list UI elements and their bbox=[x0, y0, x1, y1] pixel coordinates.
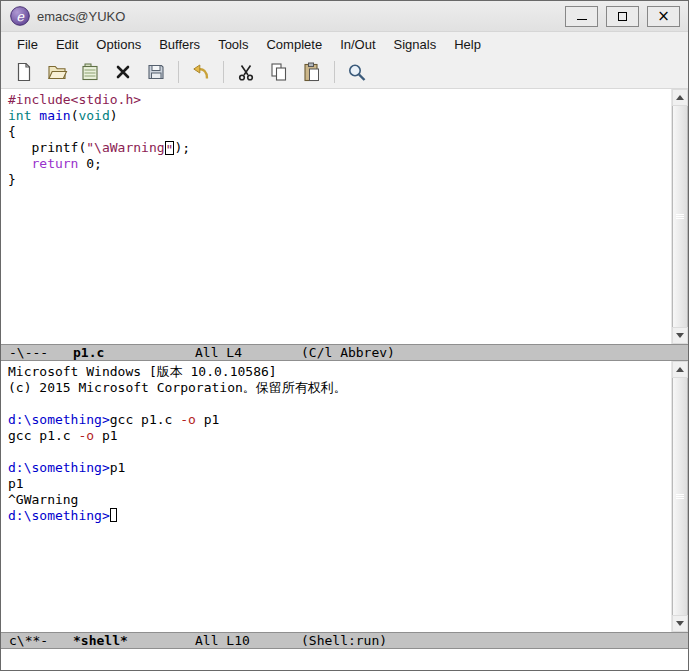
new-file-button[interactable] bbox=[9, 58, 39, 86]
scrollbar-grip-icon bbox=[676, 494, 684, 500]
c-buffer-scrollbar[interactable] bbox=[671, 89, 688, 344]
c-buffer[interactable]: #include<stdio.h>int main(void){ printf(… bbox=[1, 89, 671, 344]
toolbar-separator bbox=[334, 61, 335, 83]
paste-clipboard-icon bbox=[301, 61, 323, 83]
scrollbar-thumb[interactable] bbox=[672, 106, 688, 327]
modeline-modes[interactable]: (C/l Abbrev) bbox=[301, 345, 395, 360]
menu-item-complete[interactable]: Complete bbox=[257, 34, 331, 55]
modeline-position[interactable]: All L4 bbox=[195, 345, 301, 360]
text-line: Microsoft Windows [版本 10.0.10586] bbox=[8, 364, 671, 380]
text-line: return 0; bbox=[8, 156, 671, 172]
dired-button[interactable] bbox=[75, 58, 105, 86]
minibuffer[interactable] bbox=[1, 649, 688, 670]
emacs-logo-icon: e bbox=[10, 6, 30, 26]
scroll-up-button[interactable] bbox=[672, 89, 688, 106]
scroll-up-button[interactable] bbox=[672, 361, 688, 378]
menu-item-help[interactable]: Help bbox=[445, 34, 490, 55]
text-line: int main(void) bbox=[8, 108, 671, 124]
text-line bbox=[8, 396, 671, 412]
arrow-down-icon bbox=[676, 333, 684, 338]
modeline-position[interactable]: All L10 bbox=[195, 633, 301, 648]
arrow-down-icon bbox=[676, 621, 684, 626]
tool-bar bbox=[1, 56, 688, 89]
text-line: } bbox=[8, 172, 671, 188]
text-line: gcc p1.c -o p1 bbox=[8, 428, 671, 444]
arrow-up-icon bbox=[676, 367, 684, 372]
save-buffer-button[interactable] bbox=[141, 58, 171, 86]
minimize-icon bbox=[577, 19, 587, 20]
scrollbar-thumb[interactable] bbox=[672, 378, 688, 615]
menu-item-edit[interactable]: Edit bbox=[47, 34, 87, 55]
modeline-buffer-name[interactable]: p1.c bbox=[73, 345, 195, 360]
cut-button[interactable] bbox=[231, 58, 261, 86]
menu-item-file[interactable]: File bbox=[8, 34, 47, 55]
text-line: p1 bbox=[8, 476, 671, 492]
dired-icon bbox=[79, 61, 101, 83]
window-controls: × bbox=[565, 6, 680, 27]
open-file-button[interactable] bbox=[42, 58, 72, 86]
menu-item-options[interactable]: Options bbox=[87, 34, 150, 55]
text-line bbox=[8, 444, 671, 460]
emacs-window: e emacs@YUKO × FileEditOptionsBuffersToo… bbox=[0, 0, 689, 671]
menu-item-buffers[interactable]: Buffers bbox=[150, 34, 209, 55]
close-x-icon bbox=[112, 61, 134, 83]
text-line: #include<stdio.h> bbox=[8, 92, 671, 108]
text-line: d:\something>gcc p1.c -o p1 bbox=[8, 412, 671, 428]
close-icon: × bbox=[657, 9, 670, 24]
text-line: { bbox=[8, 124, 671, 140]
undo-arrow-icon bbox=[190, 61, 212, 83]
toolbar-separator bbox=[178, 61, 179, 83]
scissors-icon bbox=[235, 61, 257, 83]
text-line: ^GWarning bbox=[8, 492, 671, 508]
minimize-button[interactable] bbox=[565, 6, 598, 27]
copy-button[interactable] bbox=[264, 58, 294, 86]
text-cursor: " bbox=[165, 141, 175, 155]
scrollbar-grip-icon bbox=[676, 214, 684, 220]
shell-buffer-modeline: c\**-*shell*All L10(Shell:run) bbox=[1, 632, 688, 649]
modeline-modes[interactable]: (Shell:run) bbox=[301, 633, 387, 648]
undo-button[interactable] bbox=[186, 58, 216, 86]
c-buffer-window: #include<stdio.h>int main(void){ printf(… bbox=[1, 89, 688, 344]
save-floppy-icon bbox=[145, 61, 167, 83]
text-line: (c) 2015 Microsoft Corporation。保留所有权利。 bbox=[8, 380, 671, 396]
svg-text:e: e bbox=[16, 9, 25, 24]
scroll-down-button[interactable] bbox=[672, 615, 688, 632]
menu-item-tools[interactable]: Tools bbox=[209, 34, 257, 55]
shell-buffer-window: Microsoft Windows [版本 10.0.10586](c) 201… bbox=[1, 361, 688, 632]
text-line: d:\something> bbox=[8, 508, 671, 524]
modeline-buffer-name[interactable]: *shell* bbox=[73, 633, 195, 648]
paste-button[interactable] bbox=[297, 58, 327, 86]
menu-item-signals[interactable]: Signals bbox=[385, 34, 446, 55]
modeline-flags[interactable]: c\**- bbox=[9, 633, 73, 648]
title-bar[interactable]: e emacs@YUKO × bbox=[1, 1, 688, 32]
search-button[interactable] bbox=[342, 58, 372, 86]
new-file-icon bbox=[13, 61, 35, 83]
maximize-button[interactable] bbox=[606, 6, 639, 27]
kill-buffer-button[interactable] bbox=[108, 58, 138, 86]
c-buffer-modeline: -\---p1.cAll L4(C/l Abbrev) bbox=[1, 344, 688, 361]
shell-buffer[interactable]: Microsoft Windows [版本 10.0.10586](c) 201… bbox=[1, 361, 671, 632]
text-line: d:\something>p1 bbox=[8, 460, 671, 476]
menu-item-in-out[interactable]: In/Out bbox=[331, 34, 384, 55]
arrow-up-icon bbox=[676, 95, 684, 100]
modeline-flags[interactable]: -\--- bbox=[9, 345, 73, 360]
maximize-icon bbox=[618, 12, 627, 21]
text-line: printf("\aWarning"); bbox=[8, 140, 671, 156]
search-magnifier-icon bbox=[346, 61, 368, 83]
open-folder-icon bbox=[46, 61, 68, 83]
shell-buffer-scrollbar[interactable] bbox=[671, 361, 688, 632]
text-cursor bbox=[110, 508, 117, 522]
window-title: emacs@YUKO bbox=[37, 9, 125, 24]
menu-bar: FileEditOptionsBuffersToolsCompleteIn/Ou… bbox=[1, 32, 688, 56]
copy-icon bbox=[268, 61, 290, 83]
scroll-down-button[interactable] bbox=[672, 327, 688, 344]
close-button[interactable]: × bbox=[647, 6, 680, 27]
toolbar-separator bbox=[223, 61, 224, 83]
